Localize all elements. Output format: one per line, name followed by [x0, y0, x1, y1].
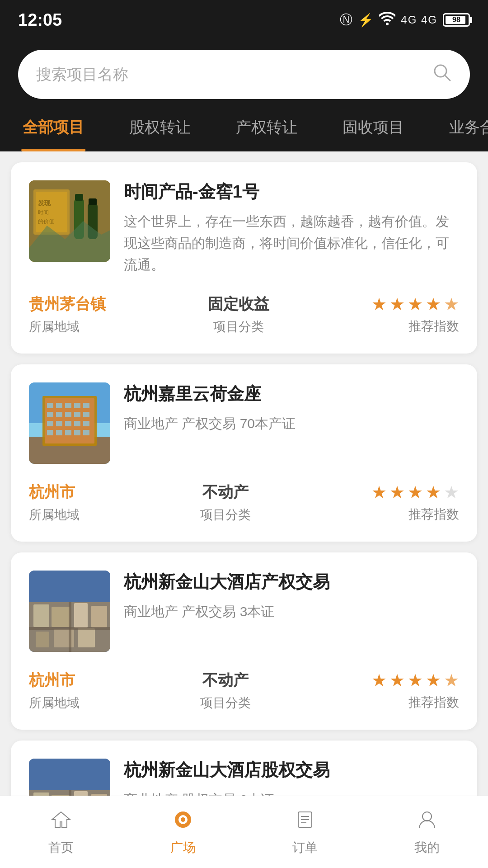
svg-rect-45: [36, 632, 49, 647]
svg-rect-27: [83, 412, 89, 417]
star-1: ★: [371, 670, 387, 690]
card-2-rating: ★ ★ ★ ★ ★ 推荐指数: [371, 482, 459, 523]
star-5: ★: [444, 670, 459, 690]
tab-equity-transfer[interactable]: 股权转让: [107, 113, 213, 151]
svg-rect-19: [56, 403, 62, 408]
svg-rect-25: [65, 412, 71, 417]
card-2-category: 不动产 项目分类: [200, 482, 251, 524]
card-3[interactable]: 杭州新金山大酒店产权交易 商业地产 产权交易 3本证 杭州市 所属地域 不动产 …: [11, 552, 477, 730]
svg-rect-32: [83, 421, 89, 426]
svg-rect-51: [29, 759, 110, 790]
card-2-info: 杭州嘉里云荷金座 商业地产 产权交易 70本产证: [124, 382, 459, 464]
star-2: ★: [389, 294, 405, 314]
search-bar[interactable]: 搜索项目名称: [18, 50, 470, 99]
star-1: ★: [371, 294, 387, 314]
svg-rect-34: [56, 430, 62, 435]
svg-text:发现: 发现: [38, 199, 51, 207]
svg-rect-41: [33, 604, 49, 627]
svg-rect-18: [47, 403, 53, 408]
tab-fixed-income[interactable]: 固收项目: [320, 113, 427, 151]
bluetooth-icon: ⚡: [358, 13, 374, 28]
card-3-location-label: 所属地域: [29, 694, 80, 712]
svg-text:时间: 时间: [38, 209, 49, 216]
content-list: 发现 时间 的价值 时间产品-金窖1号 这个世界上，存在一些东西，越陈越香，越有…: [0, 151, 488, 868]
svg-point-69: [422, 812, 432, 821]
nav-square-label: 广场: [170, 839, 196, 856]
svg-rect-21: [74, 403, 80, 408]
svg-rect-42: [52, 607, 70, 627]
search-icon[interactable]: [432, 62, 452, 86]
card-2[interactable]: 杭州嘉里云荷金座 商业地产 产权交易 70本产证 杭州市 所属地域 不动产 项目…: [11, 364, 477, 542]
svg-rect-43: [74, 603, 88, 628]
card-2-desc: 商业地产 产权交易 70本产证: [124, 413, 459, 434]
card-3-image: [29, 571, 110, 652]
card-2-location: 杭州市: [29, 482, 80, 503]
svg-rect-24: [56, 412, 62, 417]
nav-orders-label: 订单: [292, 839, 318, 856]
card-3-stars: ★ ★ ★ ★ ★: [371, 670, 459, 690]
svg-rect-39: [29, 571, 110, 602]
nav-orders[interactable]: 订单: [244, 796, 366, 868]
svg-rect-29: [56, 421, 62, 426]
bottom-navigation: 首页 广场 订单 我的: [0, 796, 488, 868]
star-3: ★: [408, 670, 423, 690]
card-2-category-label: 项目分类: [200, 506, 251, 524]
search-placeholder: 搜索项目名称: [36, 64, 423, 85]
card-3-location-meta: 杭州市 所属地域: [29, 670, 80, 712]
card-1-rating: ★ ★ ★ ★ ★ 推荐指数: [371, 294, 459, 335]
svg-text:的价值: 的价值: [38, 218, 54, 225]
svg-rect-33: [47, 430, 53, 435]
tab-navigation: 全部项目 股权转让 产权转让 固收项目 业务合作: [0, 99, 488, 151]
card-3-location: 杭州市: [29, 670, 80, 691]
nav-square[interactable]: 广场: [122, 796, 244, 868]
svg-rect-47: [78, 628, 95, 647]
svg-rect-37: [83, 430, 89, 435]
tab-all[interactable]: 全部项目: [0, 113, 107, 151]
orders-icon: [294, 808, 316, 835]
card-3-title: 杭州新金山大酒店产权交易: [124, 571, 459, 594]
card-2-rating-label: 推荐指数: [371, 506, 459, 523]
card-1-location: 贵州茅台镇: [29, 294, 106, 315]
card-2-image: [29, 382, 110, 464]
svg-rect-31: [74, 421, 80, 426]
card-1-location-label: 所属地域: [29, 318, 106, 335]
tab-business-coop[interactable]: 业务合作: [427, 113, 488, 151]
card-3-category-label: 项目分类: [200, 694, 251, 712]
tab-property-transfer[interactable]: 产权转让: [213, 113, 320, 151]
svg-rect-26: [74, 412, 80, 417]
card-2-location-meta: 杭州市 所属地域: [29, 482, 80, 524]
svg-rect-49: [69, 602, 71, 652]
svg-rect-22: [83, 403, 89, 408]
svg-rect-28: [47, 421, 53, 426]
card-3-rating: ★ ★ ★ ★ ★ 推荐指数: [371, 670, 459, 711]
card-3-info: 杭州新金山大酒店产权交易 商业地产 产权交易 3本证: [124, 571, 459, 652]
star-4: ★: [426, 670, 441, 690]
mine-icon: [416, 808, 438, 835]
nav-home[interactable]: 首页: [0, 796, 122, 868]
card-1[interactable]: 发现 时间 的价值 时间产品-金窖1号 这个世界上，存在一些东西，越陈越香，越有…: [11, 162, 477, 354]
svg-rect-44: [91, 606, 107, 627]
star-1: ★: [371, 482, 387, 502]
status-bar: 12:05 Ⓝ ⚡ 4G 4G 98: [0, 0, 488, 36]
svg-rect-6: [75, 194, 83, 201]
card-3-desc: 商业地产 产权交易 3本证: [124, 601, 459, 623]
star-3: ★: [408, 482, 423, 502]
svg-rect-8: [89, 198, 97, 205]
svg-rect-20: [65, 403, 71, 408]
card-1-location-meta: 贵州茅台镇 所属地域: [29, 294, 106, 335]
star-2: ★: [389, 670, 405, 690]
star-3: ★: [408, 294, 423, 314]
nav-mine[interactable]: 我的: [366, 796, 488, 868]
card-1-title: 时间产品-金窖1号: [124, 180, 459, 203]
svg-rect-35: [65, 430, 71, 435]
card-2-stars: ★ ★ ★ ★ ★: [371, 482, 459, 502]
svg-point-64: [181, 817, 185, 822]
search-area: 搜索项目名称: [0, 36, 488, 99]
signal-icon: 4G 4G: [401, 14, 437, 26]
card-2-title: 杭州嘉里云荷金座: [124, 382, 459, 406]
star-4: ★: [426, 294, 441, 314]
card-1-rating-label: 推荐指数: [371, 318, 459, 335]
nav-home-label: 首页: [48, 839, 74, 856]
home-icon: [50, 808, 72, 835]
card-1-stars: ★ ★ ★ ★ ★: [371, 294, 459, 314]
